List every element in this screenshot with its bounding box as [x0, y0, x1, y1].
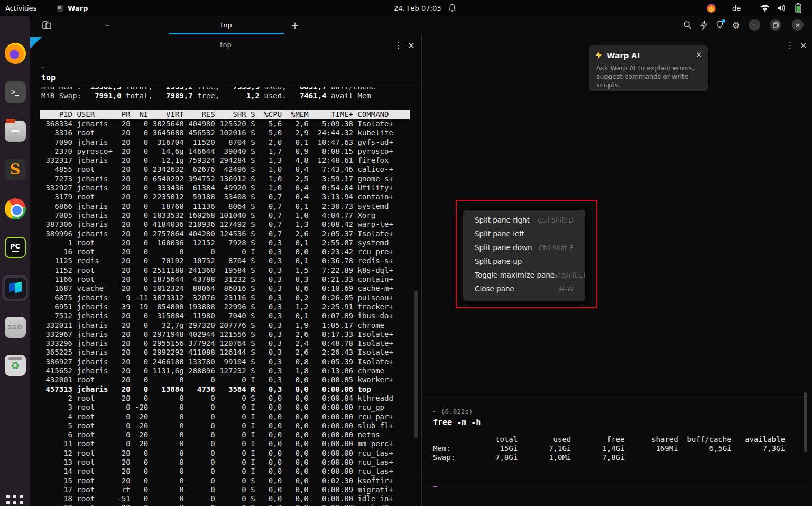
process-row: 432001 root 20 0 0 0 0 I 0,3 0,0 0:00.05… [41, 375, 421, 384]
notification-bell-icon [448, 4, 456, 12]
wifi-icon[interactable] [760, 0, 770, 16]
process-row: 386927 jcharis 20 0 2466188 133780 99104… [41, 357, 421, 366]
mem-summary-line: MiB Swap: 7991,0 total, 7989,7 free, 1,2… [41, 91, 411, 100]
process-row: 415652 jcharis 20 0 1131,6g 288896 12723… [41, 366, 421, 375]
ssd-drive-icon: SSD [5, 317, 26, 338]
keyboard-layout-indicator[interactable]: de [732, 0, 741, 16]
dock-item-warp[interactable] [4, 277, 26, 299]
menu-item-shortcut: Ctrl Shift E [539, 244, 574, 252]
pane-close-icon[interactable]: × [800, 40, 807, 50]
process-table: 368334 jcharis 20 0 3025640 404980 12552… [41, 119, 421, 506]
dock: >_ S PC SSD ♻ [0, 16, 30, 506]
left-pane-scrollbar[interactable] [414, 291, 418, 438]
pane-menu-icon[interactable]: ⋮ [786, 41, 794, 50]
left-pane-header: top ⋮ × [30, 41, 421, 52]
tab-home[interactable]: ~ [50, 16, 165, 34]
dock-item-terminal[interactable]: >_ [4, 81, 26, 103]
pane-menu-icon[interactable]: ⋮ [394, 41, 402, 50]
menu-item-split-pane-down[interactable]: Split pane downCtrl Shift E [463, 241, 585, 255]
settings-gear-icon[interactable]: ⚙ [729, 16, 743, 34]
clock-label: 24. Feb 07:03 [394, 4, 441, 12]
dock-item-ssd-drive[interactable]: SSD [4, 316, 26, 338]
activities-button[interactable]: Activities [5, 0, 36, 16]
menu-item-split-pane-left[interactable]: Split pane left [463, 227, 585, 241]
new-tab-button[interactable]: + [288, 16, 302, 34]
dock-item-files[interactable] [4, 120, 26, 142]
menu-item-shortcut: Ctrl Shift D [538, 216, 574, 224]
dock-separator [6, 273, 24, 273]
pane-title: top [30, 41, 421, 49]
process-row: 19 root 20 0 0 0 0 S 0,0 0,0 0:00.00 cpu… [41, 503, 421, 506]
menu-item-shortcut: ⌘-W [558, 285, 574, 293]
menu-item-close-pane[interactable]: Close pane⌘-W [463, 282, 585, 296]
app-grid-icon [6, 495, 24, 506]
process-row: 457313 jcharis 20 0 13884 4736 3584 R 0,… [41, 385, 421, 394]
pane-close-icon[interactable]: × [408, 40, 414, 50]
block-context-dir: ~ [41, 63, 45, 72]
process-row: 12 root 20 0 0 0 0 I 0,0 0,0 0:00.00 rcu… [41, 449, 421, 458]
process-row: 332967 jcharis 20 0 2971948 402944 12155… [41, 330, 421, 339]
command-top[interactable]: top [41, 73, 56, 82]
user-avatar[interactable] [707, 0, 716, 16]
process-row: 1125 redis 20 0 70192 10752 8704 S 0,3 0… [41, 256, 421, 265]
tab-top[interactable]: top [169, 16, 284, 34]
process-row: 4 root 0 -20 0 0 0 I 0,0 0,0 0:00.00 rcu… [41, 412, 421, 421]
process-row: 1687 vcache 20 0 1012324 88064 86016 S 0… [41, 284, 421, 293]
battery-icon[interactable] [795, 0, 802, 16]
warp-icon [5, 278, 26, 299]
process-row: 6866 jcharis 20 0 18760 11136 8064 S 0,7… [41, 202, 421, 211]
command-free[interactable]: free -m -h [433, 418, 785, 427]
terminal-icon: >_ [5, 81, 26, 103]
free-output-line: Mem: 15Gi 7,1Gi 1,4Gi 169Mi 6,5Gi 7,3Gi [433, 444, 785, 453]
current-prompt[interactable]: ~ [433, 482, 437, 491]
bolt-icon[interactable] [697, 16, 710, 34]
process-row: 3316 root 20 0 3645688 456532 102016 S 5… [41, 128, 421, 137]
minimize-button[interactable]: − [749, 19, 760, 31]
pane-context-menu: Split pane rightCtrl Shift DSplit pane l… [463, 210, 585, 301]
process-row: 3 root 0 -20 0 0 0 I 0,0 0,0 0:00.00 rcu… [41, 403, 421, 412]
block-context-line: ~ (0.022s) [433, 407, 785, 416]
focused-app-name: Warp [68, 4, 88, 12]
process-row: 1152 root 20 0 2511180 241360 19584 S 0,… [41, 266, 421, 275]
firefox-icon [5, 43, 26, 64]
terminal-pane-top: top ⋮ × ~ top MiB Mem : 15902,5 total, 2… [30, 34, 421, 506]
process-row: 14 root 20 0 0 0 0 I 0,0 0,0 0:00.00 rcu… [41, 467, 421, 476]
dock-item-sublime[interactable]: S [4, 159, 26, 180]
process-row: 7512 jcharis 20 0 315884 11980 7040 S 0,… [41, 311, 421, 320]
process-row: 6 root 0 -20 0 0 0 I 0,0 0,0 0:00.00 net… [41, 430, 421, 439]
process-row: 15 root 20 0 0 0 0 S 0,0 0,0 0:02.30 kso… [41, 476, 421, 485]
process-row: 6875 jcharis 9 -11 3073312 32076 23116 S… [41, 293, 421, 302]
block-separator [422, 394, 808, 394]
menu-item-label: Split pane down [475, 243, 532, 252]
terminal-pane-right: ⋮ × Warp AI × Ask Warp AI to explain err… [422, 34, 812, 506]
dock-item-app-grid[interactable] [4, 492, 26, 506]
menu-item-split-pane-up[interactable]: Split pane up [463, 255, 585, 269]
warp-ai-close-icon[interactable]: × [696, 50, 702, 59]
search-icon[interactable] [680, 16, 694, 34]
volume-icon[interactable] [777, 0, 786, 16]
clock-menu[interactable]: 24. Feb 07:03 [394, 0, 456, 16]
menu-item-split-pane-right[interactable]: Split pane rightCtrl Shift D [463, 214, 585, 227]
focused-app-menu[interactable]: Warp [57, 0, 88, 16]
process-row: 387306 jcharis 20 0 4184036 210936 12749… [41, 220, 421, 229]
free-output-line: Swap: 7,8Gi 1,0Mi 7,8Gi [433, 453, 785, 462]
free-command-block: ~ (0.022s) free -m -h total used free sh… [433, 407, 785, 462]
dock-item-pycharm[interactable]: PC [4, 236, 26, 258]
process-row: 7273 jcharis 20 0 6540292 394752 136912 … [41, 174, 421, 183]
process-row: 4855 root 20 0 2342632 62676 42496 S 1,0… [41, 165, 421, 174]
right-pane-scrollbar[interactable] [804, 392, 807, 452]
process-table-header: PID USER PR NI VIRT RES SHR S %CPU %MEM … [40, 110, 410, 119]
tips-bulb-icon[interactable] [713, 16, 726, 34]
warp-ai-body: Ask Warp AI to explain errors, suggest c… [596, 64, 699, 89]
dock-item-trash[interactable]: ♻ [4, 354, 26, 376]
sublime-icon: S [5, 159, 26, 180]
process-row: 365225 jcharis 20 0 2992292 411088 12614… [41, 348, 421, 357]
menu-item-toggle-maximize-pane[interactable]: Toggle maximize paneCtrl Shift ENTER [463, 269, 585, 282]
process-row: 7090 jcharis 20 0 316704 11520 8704 S 2,… [41, 138, 421, 147]
dock-item-chrome[interactable] [4, 198, 26, 219]
dock-item-firefox[interactable] [4, 42, 26, 64]
window-close-button[interactable]: × [792, 19, 804, 31]
restore-button[interactable] [770, 19, 781, 31]
tab-home-label: ~ [105, 21, 110, 29]
process-row: 1 root 20 0 168036 12152 7928 S 0,3 0,1 … [41, 238, 421, 247]
